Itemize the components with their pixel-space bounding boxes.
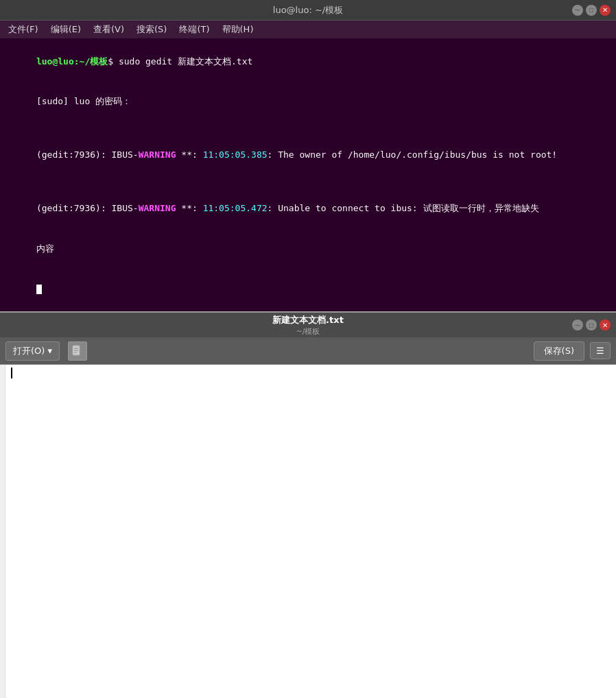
terminal-prompt: luo@luo:~/模板 [36, 56, 108, 67]
terminal-menu-edit[interactable]: 编辑(E) [45, 22, 86, 37]
gedit-close-button[interactable]: ✕ [600, 320, 611, 330]
terminal-cursor [36, 285, 42, 294]
terminal-warning1-stars: **: [176, 149, 202, 160]
terminal-warning2-cont-text: 内容 [36, 243, 54, 254]
gedit-title: 新建文本文档.txt [272, 314, 344, 326]
gedit-line-gutter [0, 365, 5, 698]
terminal-content: luo@luo:~/模板$ sudo gedit 新建文本文档.txt [sud… [0, 38, 616, 311]
terminal-warning2-label: WARNING [139, 203, 176, 213]
terminal-dollar: $ [108, 56, 119, 67]
terminal-warning1-msg: : The owner of /home/luo/.config/ibus/bu… [268, 149, 558, 160]
terminal-menu-file[interactable]: 文件(F) [3, 22, 44, 37]
terminal-menu-help[interactable]: 帮助(H) [217, 22, 259, 37]
gedit-window: 新建文本文档.txt ~/模板 ─ □ ✕ 打开(O) ▾ 保存(S) ☰ [0, 311, 616, 698]
gedit-editor-area [0, 365, 616, 698]
gedit-subtitle: ~/模板 [272, 326, 344, 337]
gedit-open-button[interactable]: 打开(O) ▾ [5, 341, 60, 361]
gedit-text-cursor [11, 368, 12, 378]
gedit-open-arrow-icon: ▾ [47, 346, 52, 356]
terminal-warning-1: (gedit:7936): IBUS-WARNING **: 11:05:05.… [4, 135, 612, 176]
gedit-menu-button[interactable]: ☰ [590, 342, 611, 359]
terminal-window-controls: ─ □ ✕ [572, 5, 611, 16]
terminal-warning-2-cont: 内容 [4, 228, 612, 269]
terminal-title: luo@luo: ~/模板 [273, 4, 343, 16]
terminal-menu-terminal[interactable]: 终端(T) [174, 22, 215, 37]
terminal-maximize-button[interactable]: □ [586, 5, 597, 16]
terminal-sudo-text: [sudo] luo 的密码： [36, 96, 131, 106]
terminal-warning1-label: WARNING [139, 149, 176, 160]
terminal-menubar: 文件(F) 编辑(E) 查看(V) 搜索(S) 终端(T) 帮助(H) [0, 21, 616, 38]
terminal-menu-search[interactable]: 搜索(S) [131, 22, 172, 37]
terminal-titlebar: luo@luo: ~/模板 ─ □ ✕ [0, 0, 616, 21]
gedit-cursor-line [11, 368, 611, 378]
terminal-warning2-timestamp: 11:05:05.472 [203, 203, 268, 213]
terminal-minimize-button[interactable]: ─ [572, 5, 583, 16]
gedit-open-label: 打开(O) [13, 345, 45, 357]
gedit-titlebar-center: 新建文本文档.txt ~/模板 [272, 314, 344, 337]
terminal-warning2-msg: : Unable to connect to ibus: 试图读取一行时，异常地… [268, 203, 539, 213]
gedit-minimize-button[interactable]: ─ [572, 320, 583, 330]
terminal-warning1-timestamp: 11:05:05.385 [203, 149, 268, 160]
terminal-blank-1 [4, 121, 612, 135]
terminal-cursor-line [4, 269, 612, 309]
gedit-titlebar: 新建文本文档.txt ~/模板 ─ □ ✕ [0, 313, 616, 337]
terminal-close-button[interactable]: ✕ [600, 5, 611, 16]
gedit-maximize-button[interactable]: □ [586, 320, 597, 330]
gedit-text-area[interactable] [5, 365, 616, 698]
gedit-save-button[interactable]: 保存(S) [534, 341, 584, 361]
gedit-toolbar: 打开(O) ▾ 保存(S) ☰ [0, 337, 616, 365]
terminal-warning2-pid: (gedit:7936): IBUS- [36, 203, 139, 213]
terminal-menu-view[interactable]: 查看(V) [88, 22, 130, 37]
terminal-blank-2 [4, 175, 612, 189]
terminal-warning-2: (gedit:7936): IBUS-WARNING **: 11:05:05.… [4, 189, 612, 229]
gedit-window-controls: ─ □ ✕ [572, 320, 611, 330]
terminal-command-text: sudo gedit 新建文本文档.txt [119, 56, 252, 67]
terminal-warning2-stars: **: [176, 203, 202, 213]
terminal-warning1-pid: (gedit:7936): IBUS- [36, 149, 139, 160]
terminal-sudo-line: [sudo] luo 的密码： [4, 82, 612, 122]
terminal-window: luo@luo: ~/模板 ─ □ ✕ 文件(F) 编辑(E) 查看(V) 搜索… [0, 0, 616, 311]
terminal-line-command: luo@luo:~/模板$ sudo gedit 新建文本文档.txt [4, 41, 612, 82]
gedit-doc-icon[interactable] [68, 341, 87, 361]
